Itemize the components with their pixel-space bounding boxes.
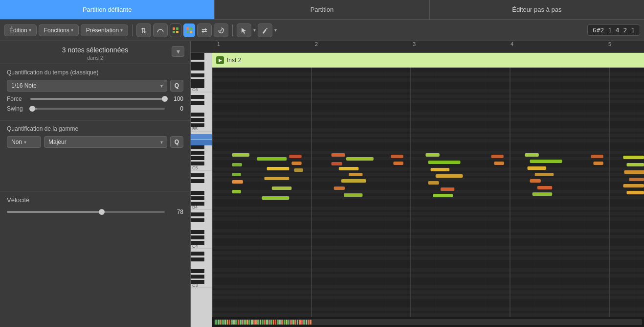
svg-rect-49 [191,235,204,239]
grid-svg [212,68,644,317]
ruler-mark-4: 4 [511,41,513,47]
presentation-menu[interactable]: Présentation ▾ [81,24,128,36]
arrows-btn[interactable]: ⇄ [197,23,212,37]
piano-grid-wrapper: C6 B5 C5 B4 C4 C3 [191,53,644,327]
svg-rect-82 [262,196,289,200]
piano-roll-area: 1 2 3 4 5 [191,41,644,327]
svg-rect-89 [334,187,345,190]
piano-keyboard: C6 B5 C5 B4 C4 C3 [191,53,212,327]
quantize-icon-btn[interactable]: ⇅ [136,23,151,37]
fonctions-arrow: ▾ [71,27,73,33]
quantif-q-btn[interactable]: Q [170,80,183,92]
svg-rect-48 [191,230,204,234]
toolbar: Édition ▾ Fonctions ▾ Présentation ▾ ⇅ ⇄… [0,20,644,41]
pointer-arrow: ▾ [253,27,256,33]
non-dropdown[interactable]: Non ▾ [7,136,41,148]
svg-rect-95 [428,181,439,185]
svg-rect-52 [191,257,204,261]
svg-rect-98 [525,153,538,157]
piano-svg: C6 B5 C5 B4 C4 C3 [191,53,212,327]
pointer-btn[interactable] [237,23,251,37]
selection-title: 3 notes sélectionnées [62,46,128,54]
note-value-dropdown[interactable]: 1/16 Note ▾ [7,80,167,92]
force-value: 100 [169,95,183,102]
non-arrow: ▾ [24,140,26,145]
presentation-arrow: ▾ [120,27,123,33]
svg-rect-5 [190,27,192,30]
svg-rect-53 [191,269,204,273]
svg-rect-90 [344,193,363,197]
pencil-btn[interactable] [258,23,272,37]
force-row: Force 100 [7,95,183,102]
fonctions-menu[interactable]: Fonctions ▾ [39,24,79,36]
edition-menu[interactable]: Édition ▾ [4,24,37,36]
svg-rect-91 [425,153,439,157]
svg-rect-76 [232,180,243,184]
link-btn[interactable] [214,23,228,37]
svg-rect-36 [191,140,212,145]
swing-slider[interactable] [30,108,165,110]
selection-info: 3 notes sélectionnées dans 2 ▾ [0,41,190,64]
track-header: ▶ Inst 2 [212,53,644,68]
ruler-content: 1 2 3 4 5 [212,41,644,52]
svg-rect-27 [191,73,204,77]
svg-rect-32 [191,113,204,117]
grid-area[interactable]: ▶ Inst 2 [212,53,644,327]
swing-label: Swing [7,105,26,112]
mini-scroll[interactable] [214,319,642,325]
track-play-btn[interactable]: ▶ [216,56,224,64]
svg-rect-106 [626,163,644,166]
svg-rect-28 [191,79,204,83]
svg-rect-87 [349,173,362,176]
svg-rect-79 [267,167,289,170]
svg-rect-108 [629,178,644,181]
svg-rect-113 [294,168,303,172]
majeur-dropdown[interactable]: Majeur ▾ [44,136,167,148]
mini-bar [212,317,644,327]
collapse-btn[interactable]: ▾ [172,46,184,57]
svg-rect-26 [191,62,204,66]
svg-rect-41 [191,173,204,177]
note-value-arrow: ▾ [160,83,163,89]
svg-rect-25 [191,56,204,60]
ruler-mark-1: 1 [217,41,220,47]
velocite-section: Vélocité 78 [0,191,190,220]
main-layout: 3 notes sélectionnées dans 2 ▾ Quantific… [0,41,644,327]
toolbar-right: G#2 1 4 2 1 [587,24,640,36]
svg-rect-39 [191,156,204,160]
svg-rect-93 [431,168,450,171]
pencil-arrow: ▾ [274,27,277,33]
svg-rect-96 [441,187,454,191]
svg-rect-117 [494,162,504,165]
svg-rect-29 [191,84,204,88]
tab-partition[interactable]: Partition [215,0,429,19]
svg-rect-37 [191,145,204,149]
tab-partition-defilante[interactable]: Partition défilante [0,0,215,19]
svg-rect-104 [533,192,553,196]
color-left-btn[interactable] [170,23,181,37]
svg-rect-110 [626,191,644,194]
ruler-mark-2: 2 [315,41,318,47]
svg-rect-115 [393,162,403,165]
sep-2 [232,24,233,36]
force-slider[interactable] [30,98,165,100]
majeur-arrow: ▾ [160,140,163,145]
svg-rect-4 [186,27,189,30]
velocite-slider[interactable] [7,211,165,213]
svg-rect-46 [191,212,204,216]
color-right-btn[interactable] [183,23,195,37]
tab-editeur-pas-a-pas[interactable]: Éditeur pas à pas [430,0,644,19]
svg-rect-30 [191,95,204,99]
svg-rect-111 [289,155,301,158]
svg-rect-0 [173,27,175,30]
sep-1 [132,24,133,36]
svg-rect-47 [191,218,204,222]
svg-rect-99 [530,160,562,163]
ruler: 1 2 3 4 5 [191,41,644,53]
svg-rect-75 [232,173,241,176]
gamme-q-btn[interactable]: Q [170,136,183,148]
svg-rect-7 [190,31,192,33]
curve-icon-btn[interactable] [153,23,168,37]
svg-rect-100 [527,166,546,170]
svg-rect-109 [623,184,644,187]
